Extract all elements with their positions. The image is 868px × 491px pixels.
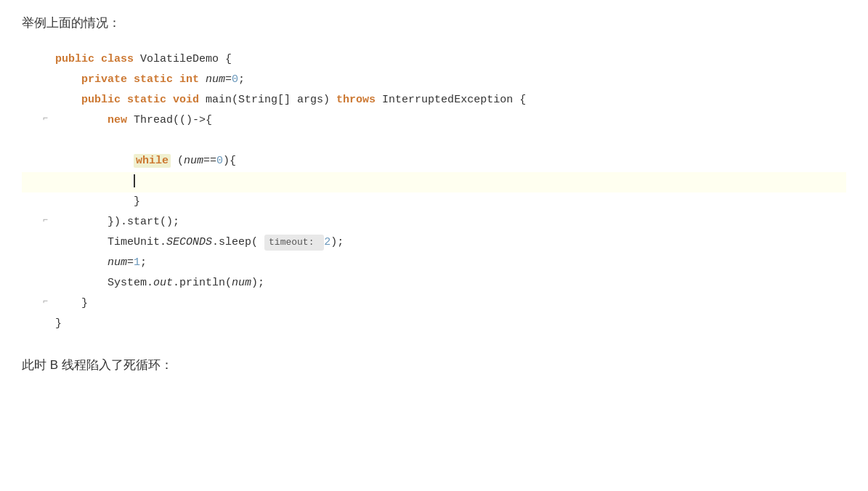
code-line-5: [22, 131, 846, 152]
gutter-13: ⌐: [33, 294, 48, 309]
keyword-class: class: [101, 53, 140, 65]
code-line-6: while (num==0){: [22, 152, 846, 172]
code-content-13: }: [55, 294, 835, 313]
intro-text: 举例上面的情况：: [22, 15, 846, 31]
code-line-1: public class VolatileDemo {: [22, 50, 846, 70]
code-content-14: }: [55, 315, 835, 333]
class-name: VolatileDemo {: [140, 53, 232, 65]
keyword-static2: static: [127, 94, 173, 106]
var-num: num: [206, 73, 225, 86]
keyword-new: new: [108, 114, 134, 126]
code-line-10: TimeUnit.SECONDS.sleep( timeout: 2);: [22, 233, 846, 253]
code-content-6: while (num==0){: [55, 152, 835, 171]
keyword-public2: public: [81, 94, 127, 106]
code-line-11: num=1;: [22, 253, 846, 274]
gutter-9: ⌐: [33, 213, 48, 227]
text-cursor: [134, 174, 135, 187]
var-num2: num: [184, 155, 203, 167]
keyword-void: void: [173, 94, 206, 106]
keyword-public: public: [55, 53, 101, 65]
code-line-9: ⌐ }).start();: [22, 213, 846, 233]
number-1: 1: [134, 256, 140, 269]
var-num3: num: [108, 256, 127, 269]
var-num4: num: [232, 277, 251, 289]
number-0: 0: [232, 73, 238, 86]
var-seconds: SECONDS: [166, 236, 212, 248]
code-content-10: TimeUnit.SECONDS.sleep( timeout: 2);: [55, 233, 835, 252]
keyword-static: static: [134, 73, 179, 86]
while-keyword: while: [134, 154, 171, 168]
code-line-7: [22, 172, 846, 192]
number-2: 2: [324, 236, 330, 248]
hint-timeout: timeout:: [264, 235, 324, 251]
code-content-3: public static void main(String[] args) t…: [55, 91, 835, 110]
number-0b: 0: [216, 155, 223, 167]
code-content-7: [55, 172, 835, 191]
code-line-14: }: [22, 315, 846, 335]
keyword-int: int: [179, 73, 206, 86]
code-content-4: new Thread(()->{: [55, 111, 835, 130]
code-content-1: public class VolatileDemo {: [55, 50, 835, 69]
keyword-private: private: [81, 73, 134, 86]
code-line-12: System.out.println(num);: [22, 274, 846, 294]
gutter-4: ⌐: [33, 111, 48, 126]
var-out: out: [153, 277, 173, 289]
code-line-4: ⌐ new Thread(()->{: [22, 111, 846, 131]
code-content-9: }).start();: [55, 213, 835, 232]
code-line-13: ⌐ }: [22, 294, 846, 315]
code-content-2: private static int num=0;: [55, 70, 835, 89]
code-line-2: private static int num=0;: [22, 70, 846, 91]
code-content-8: }: [55, 192, 835, 211]
code-block: public class VolatileDemo { private stat…: [22, 43, 846, 342]
code-line-3: public static void main(String[] args) t…: [22, 91, 846, 111]
code-content-12: System.out.println(num);: [55, 274, 835, 293]
keyword-throws: throws: [336, 94, 382, 106]
footer-text: 此时 B 线程陷入了死循环：: [22, 357, 846, 373]
code-content-5: [55, 131, 835, 150]
code-line-8: }: [22, 192, 846, 213]
code-content-11: num=1;: [55, 253, 835, 272]
